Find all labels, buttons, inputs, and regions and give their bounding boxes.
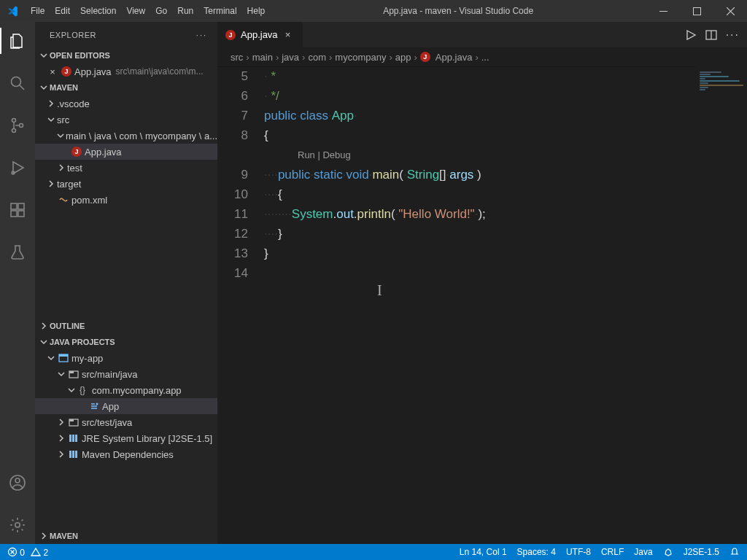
window-title: App.java - maven - Visual Studio Code [270,6,646,16]
menu-edit[interactable]: Edit [50,0,75,22]
maximize-button[interactable] [680,0,713,22]
explorer-activity-icon[interactable] [0,28,35,54]
title-bar: File Edit Selection View Go Run Terminal… [0,0,747,22]
extensions-activity-icon[interactable] [0,197,35,223]
menu-selection[interactable]: Selection [75,0,121,22]
svg-point-2 [12,77,21,87]
svg-line-3 [20,85,24,90]
menu-go[interactable]: Go [150,0,172,22]
menu-view[interactable]: View [121,0,150,22]
status-bell-icon[interactable] [729,547,740,557]
svg-rect-24 [72,435,74,442]
svg-point-14 [15,523,20,527]
jre-library[interactable]: JRE System Library [J2SE-1.5] [35,430,217,446]
svg-rect-16 [59,354,68,357]
svg-rect-11 [18,203,24,209]
library-icon [67,433,80,443]
svg-rect-28 [75,451,77,458]
svg-rect-25 [75,435,77,442]
menu-help[interactable]: Help [242,0,271,22]
svg-rect-26 [69,451,71,458]
tree-folder-target[interactable]: target [35,176,217,192]
maven-dependencies[interactable]: Maven Dependencies [35,446,217,462]
java-project-root[interactable]: my-app [35,350,217,366]
search-activity-icon[interactable] [0,70,35,96]
status-eol[interactable]: CRLF [601,547,624,557]
tree-file-app-java[interactable]: J App.java [35,144,217,160]
editor-tab-bar: J App.java × ··· [217,22,747,47]
svg-rect-23 [69,435,71,442]
close-icon[interactable]: × [45,66,60,77]
java-src-test[interactable]: src/test/java [35,414,217,430]
status-jdk[interactable]: J2SE-1.5 [684,547,719,557]
java-package[interactable]: {} com.mycompany.app [35,382,217,398]
status-spaces[interactable]: Spaces: 4 [517,547,556,557]
tree-folder-src[interactable]: src [35,112,217,128]
minimize-button[interactable] [646,0,680,22]
status-warnings[interactable]: 2 [31,547,48,558]
explorer-sidebar: EXPLORER ··· OPEN EDITORS × J App.java s… [35,22,217,544]
tree-folder-vscode[interactable]: .vscode [35,96,217,112]
split-editor-icon[interactable] [705,29,717,41]
close-window-button[interactable] [713,0,747,22]
code-editor[interactable]: 567891011121314 · * · */ public·class·Ap… [217,66,747,544]
svg-point-6 [20,124,23,128]
java-projects-section-header[interactable]: JAVA PROJECTS [35,334,217,350]
source-control-activity-icon[interactable] [0,112,35,139]
minimap[interactable] [696,66,747,544]
menu-run[interactable]: Run [172,0,198,22]
close-tab-icon[interactable]: × [282,29,294,40]
line-gutter: 567891011121314 [217,66,264,544]
svg-point-5 [12,129,16,133]
svg-rect-10 [18,211,24,217]
accounts-icon[interactable] [0,470,35,496]
svg-rect-8 [11,203,17,209]
activity-bar [0,22,35,544]
tree-folder-mainpath[interactable]: main \ java \ com \ mycompany \ a... [35,128,217,144]
status-errors[interactable]: 0 [7,547,25,558]
workspace-folder-header[interactable]: MAVEN [35,79,217,96]
status-encoding[interactable]: UTF-8 [566,547,591,557]
svg-rect-9 [11,211,17,217]
outline-section-header[interactable]: OUTLINE [35,318,217,334]
status-feedback-icon[interactable] [663,547,673,557]
breadcrumb[interactable]: src› main› java› com› mycompany› app› JA… [217,47,747,66]
more-icon[interactable]: ··· [196,31,207,39]
status-bar: 0 2 Ln 14, Col 1 Spaces: 4 UTF-8 CRLF Ja… [0,544,747,560]
project-icon [57,353,70,363]
editor-tab[interactable]: J App.java × [217,22,303,47]
class-icon [88,401,101,411]
more-icon[interactable]: ··· [726,28,740,42]
tree-folder-test[interactable]: test [35,160,217,176]
editor-area: J App.java × ··· src› main› java› com› m… [217,22,747,544]
xml-file-icon [57,195,70,205]
java-class-app[interactable]: App [35,398,217,414]
testing-activity-icon[interactable] [0,239,35,265]
open-editor-item[interactable]: × J App.java src\main\java\com\m... [35,63,217,79]
package-icon: {} [77,385,90,395]
svg-point-20 [96,403,98,405]
svg-rect-27 [72,451,74,458]
java-error-file-icon: J [225,30,236,40]
library-icon [67,449,80,459]
status-language[interactable]: Java [634,547,652,557]
package-root-icon [67,417,80,427]
java-src-main[interactable]: src/main/java [35,366,217,382]
java-error-file-icon: J [60,66,73,77]
run-icon[interactable] [685,29,697,41]
menu-bar: File Edit Selection View Go Run Terminal… [26,0,270,22]
maven-section-header[interactable]: MAVEN [35,528,217,544]
settings-gear-icon[interactable] [0,512,35,538]
svg-rect-0 [659,11,667,12]
svg-rect-22 [69,419,74,421]
menu-terminal[interactable]: Terminal [198,0,241,22]
open-editors-section-header[interactable]: OPEN EDITORS [35,47,217,63]
run-debug-activity-icon[interactable] [0,155,35,181]
svg-rect-1 [693,7,700,15]
status-lncol[interactable]: Ln 14, Col 1 [460,547,507,557]
tab-label: App.java [241,29,278,40]
codelens-run-debug[interactable]: Run | Debug [264,145,747,165]
tree-file-pom[interactable]: pom.xml [35,192,217,208]
menu-file[interactable]: File [26,0,50,22]
vscode-logo-icon [0,5,26,18]
